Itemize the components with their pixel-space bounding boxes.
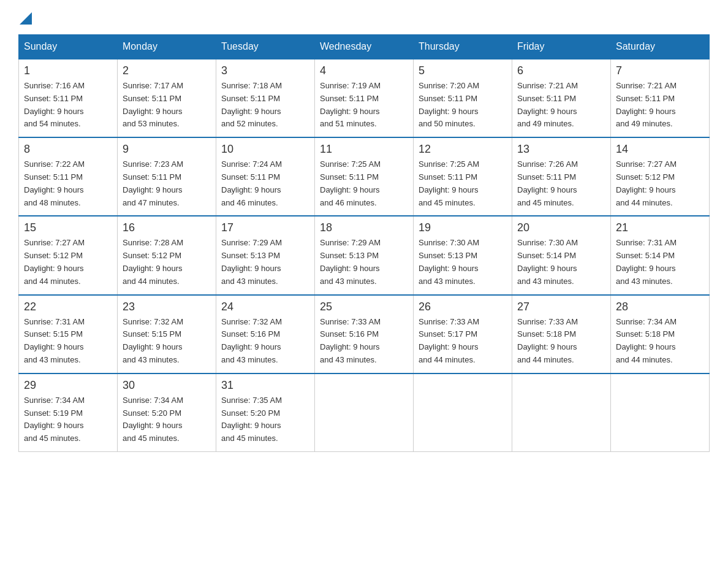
calendar-cell [414,373,512,452]
calendar-cell: 19 Sunrise: 7:30 AMSunset: 5:13 PMDaylig… [414,216,512,294]
day-info: Sunrise: 7:21 AMSunset: 5:11 PMDaylight:… [616,80,704,131]
day-info: Sunrise: 7:23 AMSunset: 5:11 PMDaylight:… [123,158,211,209]
calendar-cell: 17 Sunrise: 7:29 AMSunset: 5:13 PMDaylig… [216,216,315,294]
day-number: 25 [320,301,408,313]
day-info: Sunrise: 7:27 AMSunset: 5:12 PMDaylight:… [24,237,112,288]
calendar-cell: 3 Sunrise: 7:18 AMSunset: 5:11 PMDayligh… [216,59,315,137]
calendar-cell: 4 Sunrise: 7:19 AMSunset: 5:11 PMDayligh… [315,59,414,137]
day-number: 3 [221,64,309,77]
day-number: 18 [320,221,408,234]
day-info: Sunrise: 7:20 AMSunset: 5:11 PMDaylight:… [419,80,507,131]
day-info: Sunrise: 7:29 AMSunset: 5:13 PMDaylight:… [320,237,408,288]
day-info: Sunrise: 7:32 AMSunset: 5:16 PMDaylight:… [221,316,309,367]
day-number: 26 [419,301,507,313]
calendar-cell: 5 Sunrise: 7:20 AMSunset: 5:11 PMDayligh… [414,59,512,137]
day-info: Sunrise: 7:24 AMSunset: 5:11 PMDaylight:… [221,158,309,209]
day-number: 28 [616,301,704,313]
day-info: Sunrise: 7:29 AMSunset: 5:13 PMDaylight:… [221,237,309,288]
day-info: Sunrise: 7:35 AMSunset: 5:20 PMDaylight:… [221,394,309,445]
calendar-week-row: 8 Sunrise: 7:22 AMSunset: 5:11 PMDayligh… [19,137,710,216]
day-info: Sunrise: 7:33 AMSunset: 5:16 PMDaylight:… [320,316,408,367]
day-info: Sunrise: 7:25 AMSunset: 5:11 PMDaylight:… [419,158,507,209]
column-header-monday: Monday [118,35,216,59]
calendar-cell: 10 Sunrise: 7:24 AMSunset: 5:11 PMDaylig… [216,137,315,216]
day-info: Sunrise: 7:27 AMSunset: 5:12 PMDaylight:… [616,158,704,209]
calendar-week-row: 29 Sunrise: 7:34 AMSunset: 5:19 PMDaylig… [19,373,710,452]
day-info: Sunrise: 7:34 AMSunset: 5:18 PMDaylight:… [616,316,704,367]
day-info: Sunrise: 7:33 AMSunset: 5:17 PMDaylight:… [419,316,507,367]
calendar-cell: 16 Sunrise: 7:28 AMSunset: 5:12 PMDaylig… [118,216,216,294]
day-number: 1 [24,64,112,77]
day-number: 31 [221,379,309,392]
day-number: 17 [221,221,309,234]
day-info: Sunrise: 7:34 AMSunset: 5:20 PMDaylight:… [123,394,211,445]
logo-triangle-icon [20,12,32,25]
calendar-cell: 31 Sunrise: 7:35 AMSunset: 5:20 PMDaylig… [216,373,315,452]
day-number: 30 [123,379,211,392]
day-info: Sunrise: 7:26 AMSunset: 5:11 PMDaylight:… [517,158,605,209]
day-number: 4 [320,64,408,77]
day-number: 10 [221,143,309,156]
day-info: Sunrise: 7:30 AMSunset: 5:14 PMDaylight:… [517,237,605,288]
calendar-cell [611,373,710,452]
calendar-header-row: SundayMondayTuesdayWednesdayThursdayFrid… [19,35,710,59]
day-info: Sunrise: 7:33 AMSunset: 5:18 PMDaylight:… [517,316,605,367]
day-number: 23 [123,301,211,313]
day-number: 21 [616,221,704,234]
day-info: Sunrise: 7:31 AMSunset: 5:15 PMDaylight:… [24,316,112,367]
calendar-cell: 15 Sunrise: 7:27 AMSunset: 5:12 PMDaylig… [19,216,118,294]
calendar-cell: 6 Sunrise: 7:21 AMSunset: 5:11 PMDayligh… [512,59,611,137]
calendar-cell: 24 Sunrise: 7:32 AMSunset: 5:16 PMDaylig… [216,295,315,373]
calendar-cell [315,373,414,452]
calendar-week-row: 15 Sunrise: 7:27 AMSunset: 5:12 PMDaylig… [19,216,710,294]
day-info: Sunrise: 7:21 AMSunset: 5:11 PMDaylight:… [517,80,605,131]
day-info: Sunrise: 7:34 AMSunset: 5:19 PMDaylight:… [24,394,112,445]
day-number: 16 [123,221,211,234]
calendar-cell: 28 Sunrise: 7:34 AMSunset: 5:18 PMDaylig… [611,295,710,373]
column-header-sunday: Sunday [19,35,118,59]
day-number: 13 [517,143,605,156]
day-number: 7 [616,64,704,77]
column-header-tuesday: Tuesday [216,35,315,59]
day-info: Sunrise: 7:28 AMSunset: 5:12 PMDaylight:… [123,237,211,288]
day-number: 24 [221,301,309,313]
day-number: 20 [517,221,605,234]
calendar-cell: 1 Sunrise: 7:16 AMSunset: 5:11 PMDayligh… [19,59,118,137]
calendar-cell: 21 Sunrise: 7:31 AMSunset: 5:14 PMDaylig… [611,216,710,294]
calendar-cell: 23 Sunrise: 7:32 AMSunset: 5:15 PMDaylig… [118,295,216,373]
day-info: Sunrise: 7:31 AMSunset: 5:14 PMDaylight:… [616,237,704,288]
calendar-cell: 26 Sunrise: 7:33 AMSunset: 5:17 PMDaylig… [414,295,512,373]
day-info: Sunrise: 7:19 AMSunset: 5:11 PMDaylight:… [320,80,408,131]
day-number: 15 [24,221,112,234]
day-info: Sunrise: 7:16 AMSunset: 5:11 PMDaylight:… [24,80,112,131]
calendar-cell [512,373,611,452]
day-number: 29 [24,379,112,392]
calendar-cell: 7 Sunrise: 7:21 AMSunset: 5:11 PMDayligh… [611,59,710,137]
calendar-cell: 14 Sunrise: 7:27 AMSunset: 5:12 PMDaylig… [611,137,710,216]
day-number: 2 [123,64,211,77]
calendar-cell: 8 Sunrise: 7:22 AMSunset: 5:11 PMDayligh… [19,137,118,216]
calendar-week-row: 22 Sunrise: 7:31 AMSunset: 5:15 PMDaylig… [19,295,710,373]
day-number: 8 [24,143,112,156]
column-header-friday: Friday [512,35,611,59]
calendar-cell: 2 Sunrise: 7:17 AMSunset: 5:11 PMDayligh… [118,59,216,137]
calendar-table: SundayMondayTuesdayWednesdayThursdayFrid… [18,34,710,452]
column-header-wednesday: Wednesday [315,35,414,59]
day-info: Sunrise: 7:32 AMSunset: 5:15 PMDaylight:… [123,316,211,367]
calendar-cell: 11 Sunrise: 7:25 AMSunset: 5:11 PMDaylig… [315,137,414,216]
day-info: Sunrise: 7:30 AMSunset: 5:13 PMDaylight:… [419,237,507,288]
day-number: 9 [123,143,211,156]
day-number: 5 [419,64,507,77]
calendar-cell: 30 Sunrise: 7:34 AMSunset: 5:20 PMDaylig… [118,373,216,452]
day-number: 12 [419,143,507,156]
calendar-cell: 22 Sunrise: 7:31 AMSunset: 5:15 PMDaylig… [19,295,118,373]
logo [18,12,32,22]
calendar-cell: 18 Sunrise: 7:29 AMSunset: 5:13 PMDaylig… [315,216,414,294]
day-info: Sunrise: 7:22 AMSunset: 5:11 PMDaylight:… [24,158,112,209]
calendar-cell: 13 Sunrise: 7:26 AMSunset: 5:11 PMDaylig… [512,137,611,216]
day-number: 6 [517,64,605,77]
day-info: Sunrise: 7:17 AMSunset: 5:11 PMDaylight:… [123,80,211,131]
calendar-cell: 9 Sunrise: 7:23 AMSunset: 5:11 PMDayligh… [118,137,216,216]
day-info: Sunrise: 7:25 AMSunset: 5:11 PMDaylight:… [320,158,408,209]
calendar-cell: 29 Sunrise: 7:34 AMSunset: 5:19 PMDaylig… [19,373,118,452]
